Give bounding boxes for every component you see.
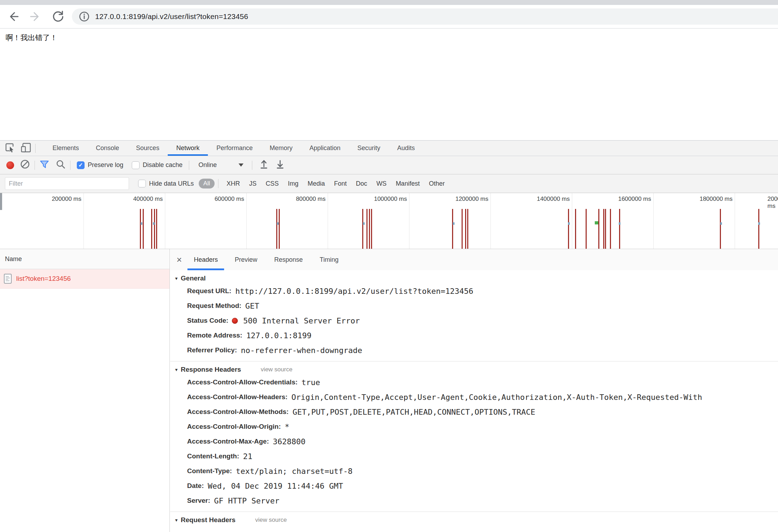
address-bar[interactable]: 127.0.0.1:8199/api.v2/user/list?token=12… [72,8,778,25]
header-row: Referrer Policy:no-referrer-when-downgra… [170,343,778,358]
timeline-gridline [165,193,165,249]
filter-toggle-button[interactable] [38,159,50,171]
preserve-log-checkbox[interactable]: ✓ [77,161,85,169]
chevron-down-icon[interactable] [239,163,243,167]
header-value: GET [245,302,259,310]
details-tabbar: × HeadersPreviewResponseTiming [170,249,778,270]
section-title: General [181,274,206,282]
timeline-request-bar [369,209,370,249]
section-header-general[interactable]: ▾General [170,273,778,284]
devtools-tab-console[interactable]: Console [87,141,128,156]
devtools-tab-elements[interactable]: Elements [44,141,87,156]
search-button[interactable] [55,159,67,171]
timeline-request-bar [362,209,363,249]
header-name: Content-Type: [187,467,232,475]
filter-type-font[interactable]: Font [334,180,347,187]
filter-type-css[interactable]: CSS [266,180,279,187]
header-row: Request URL:http://127.0.0.1:8199/api.v2… [170,284,778,298]
filter-type-media[interactable]: Media [308,180,325,187]
network-overview-timeline[interactable]: 200000 ms400000 ms600000 ms800000 ms1000… [0,193,778,249]
header-name: Referrer Policy: [187,346,237,354]
overview-left-shadow [0,193,2,210]
filter-type-js[interactable]: JS [249,180,257,187]
header-name: Request URL: [187,287,231,295]
inspect-cursor-icon [5,142,16,154]
filter-type-doc[interactable]: Doc [356,180,367,187]
timeline-request-bar [586,209,587,249]
back-icon [6,10,20,23]
filter-type-other[interactable]: Other [429,180,445,187]
devtools-tab-network[interactable]: Network [168,141,208,156]
throttling-select[interactable]: Online [198,161,217,169]
request-row[interactable]: list?token=123456 [0,269,169,289]
details-tab-response[interactable]: Response [268,249,309,270]
header-value: 127.0.0.1:8199 [246,331,311,340]
devtools-tab-performance[interactable]: Performance [208,141,261,156]
timeline-request-bar [279,209,280,249]
forward-icon [29,10,42,23]
devtools-tab-application[interactable]: Application [301,141,349,156]
timeline-tick-label: 1400000 ms [517,196,570,204]
details-tab-preview[interactable]: Preview [228,249,264,270]
disable-cache-label: Disable cache [143,161,183,169]
filter-type-all[interactable]: All [199,179,215,188]
filter-type-xhr[interactable]: XHR [227,180,240,187]
devtools-tab-memory[interactable]: Memory [261,141,301,156]
reload-button[interactable] [50,8,66,25]
header-row: Access-Control-Allow-Headers:Origin,Cont… [170,390,778,404]
name-column-header[interactable]: Name [0,249,169,269]
clear-icon [20,159,30,171]
document-icon [4,273,12,284]
view-source-link[interactable]: view source [255,516,287,524]
header-name: Remote Address: [187,332,242,339]
header-value: 21 [243,452,253,461]
details-tab-headers[interactable]: Headers [187,249,224,270]
timeline-tick-label: 600000 ms [191,196,244,204]
header-name: Request Method: [187,302,241,310]
timeline-gridline [246,193,247,249]
timeline-request-bar [156,209,157,249]
url-text: 127.0.0.1:8199/api.v2/user/list?token=12… [95,12,248,21]
section-header-request-headers[interactable]: ▾Request Headersview source [170,515,778,525]
status-500-icon [232,318,238,324]
header-row: Content-Length:21 [170,449,778,464]
filter-type-ws[interactable]: WS [376,180,387,187]
section-title: Request Headers [181,516,235,524]
header-name: Access-Control-Max-Age: [187,438,269,445]
disable-cache-checkbox[interactable] [132,161,140,169]
filter-type-manifest[interactable]: Manifest [396,180,420,187]
timeline-gridline [328,193,328,249]
devtools-panel: ElementsConsoleSourcesNetworkPerformance… [0,140,778,532]
section-general: ▾GeneralRequest URL:http://127.0.0.1:819… [170,270,778,361]
timeline-request-bar [603,209,604,249]
timeline-gridline [735,193,735,249]
hide-data-urls-checkbox[interactable] [138,180,146,187]
export-har-button[interactable] [274,159,286,171]
filter-input[interactable] [5,177,129,190]
import-har-button[interactable] [258,159,270,171]
forward-button[interactable] [27,8,44,25]
inspect-element-button[interactable] [4,142,16,154]
section-header-response-headers[interactable]: ▾Response Headersview source [170,364,778,375]
devtools-tab-sources[interactable]: Sources [128,141,168,156]
header-value: GET,PUT,POST,DELETE,PATCH,HEAD,CONNECT,O… [292,408,535,416]
devtools-tab-security[interactable]: Security [349,141,389,156]
back-button[interactable] [5,8,21,25]
timeline-request-bar [568,209,569,249]
details-tab-timing[interactable]: Timing [313,249,345,270]
divider [35,144,36,153]
view-source-link[interactable]: view source [261,366,292,373]
clear-button[interactable] [19,159,31,171]
timeline-request-bar [758,209,759,249]
header-row: Access-Control-Max-Age:3628800 [170,434,778,449]
device-toolbar-button[interactable] [20,142,32,154]
timeline-gridline [490,193,491,249]
close-details-button[interactable]: × [177,255,182,264]
timeline-request-bar [154,209,155,249]
header-name: Date: [187,482,204,490]
timeline-request-bar [605,209,606,249]
site-info-icon[interactable] [78,11,90,23]
devtools-tab-audits[interactable]: Audits [389,141,423,156]
filter-type-img[interactable]: Img [288,180,298,187]
record-button[interactable] [6,161,14,169]
